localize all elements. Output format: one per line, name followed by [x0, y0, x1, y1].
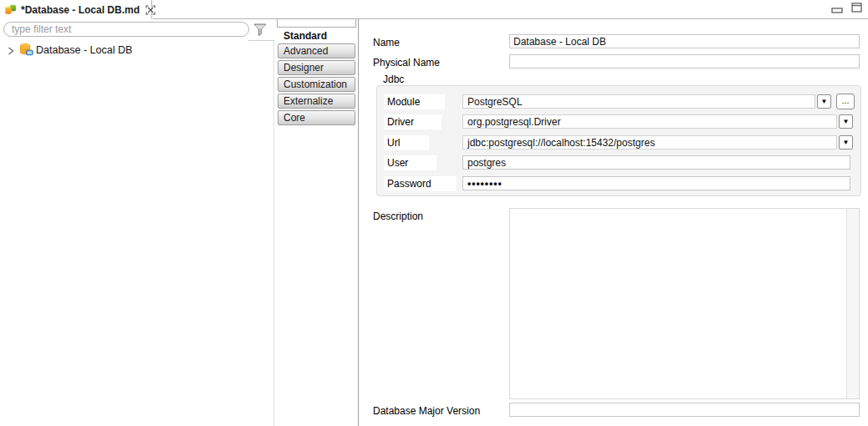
- db-major-version-input[interactable]: [509, 403, 860, 417]
- category-tab-externalize[interactable]: Externalize: [278, 94, 355, 109]
- editor-window: *Database - Local DB.md: [0, 0, 868, 426]
- module-browse-button[interactable]: ...: [836, 94, 855, 109]
- password-input[interactable]: [462, 176, 850, 190]
- filter-input[interactable]: [3, 22, 249, 37]
- chevron-right-icon[interactable]: [8, 46, 14, 54]
- tab-title: *Database - Local DB.md: [21, 4, 140, 16]
- tab-bar-bottom-border: [153, 18, 868, 19]
- url-dropdown-icon[interactable]: ▼: [839, 135, 853, 150]
- editor-tab[interactable]: *Database - Local DB.md: [0, 0, 152, 19]
- module-combo-input[interactable]: [462, 94, 815, 109]
- description-label: Description: [373, 210, 423, 222]
- driver-combo-input[interactable]: [462, 114, 837, 129]
- minimize-view-button[interactable]: [831, 5, 844, 23]
- panel-divider: [358, 18, 359, 426]
- jdbc-group-title: Jdbc: [383, 74, 404, 85]
- url-combo-input[interactable]: [462, 135, 837, 150]
- description-textarea[interactable]: [509, 208, 860, 399]
- password-label: Password: [384, 176, 457, 191]
- driver-dropdown-icon[interactable]: ▼: [839, 114, 853, 129]
- category-tabs-header: [277, 18, 356, 28]
- user-input[interactable]: [462, 155, 850, 170]
- category-tab-core[interactable]: Core: [278, 110, 355, 125]
- close-icon[interactable]: [146, 5, 156, 15]
- module-label: Module: [384, 94, 445, 109]
- model-file-icon: [5, 4, 17, 15]
- tree-item-label: Database - Local DB: [36, 44, 132, 56]
- editor-tab-bar: *Database - Local DB.md: [0, 0, 868, 18]
- category-tab-advanced[interactable]: Advanced: [278, 43, 355, 58]
- jdbc-group: Module ▼ ... Driver ▼ Url ▼ User Passwor…: [376, 85, 861, 196]
- category-tab-designer[interactable]: Designer: [278, 60, 355, 75]
- name-input[interactable]: [509, 34, 860, 48]
- url-label: Url: [384, 135, 429, 150]
- user-label: User: [384, 155, 437, 170]
- db-major-version-label: Database Major Version: [373, 405, 480, 417]
- filter-funnel-icon[interactable]: [253, 23, 268, 38]
- category-tab-customization[interactable]: Customization: [278, 77, 355, 92]
- category-tab-standard[interactable]: Standard: [278, 30, 356, 43]
- database-icon: [19, 43, 33, 56]
- filter-toolbar-edge: [248, 40, 274, 41]
- description-scrollbar[interactable]: [846, 209, 859, 398]
- physical-name-input[interactable]: [509, 54, 860, 68]
- physical-name-label: Physical Name: [373, 57, 440, 68]
- explorer-divider: [273, 41, 274, 426]
- tree-item-database[interactable]: Database - Local DB: [0, 43, 273, 57]
- name-label: Name: [373, 37, 400, 48]
- driver-label: Driver: [384, 114, 442, 129]
- module-dropdown-icon[interactable]: ▼: [817, 94, 831, 109]
